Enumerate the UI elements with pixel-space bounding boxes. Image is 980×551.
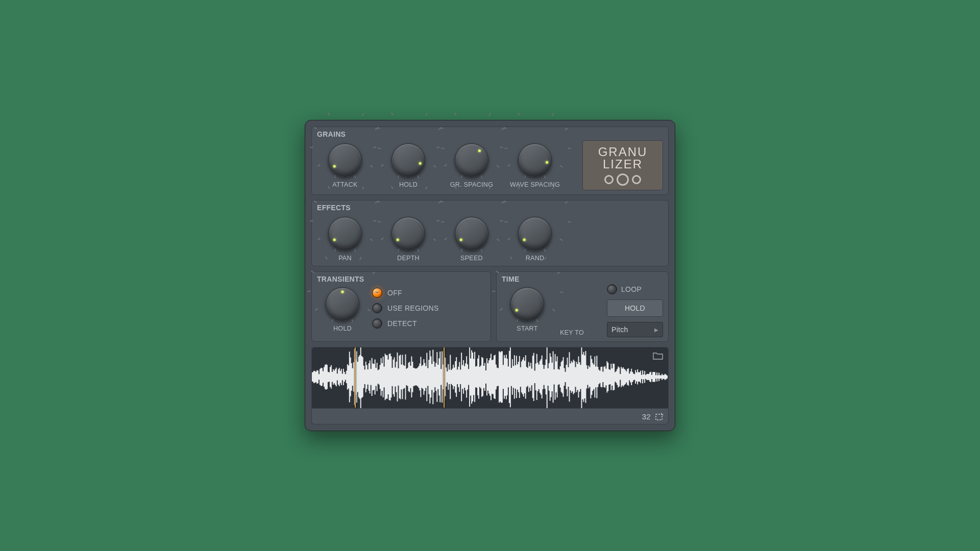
key-to-dropdown[interactable]: Pitch ▶ (607, 322, 663, 337)
logo-line2: LIZER (603, 158, 643, 170)
knob-attack[interactable]: ATTACK (317, 140, 373, 188)
led-icon (607, 284, 617, 294)
label-gr-spacing: GR. SPACING (450, 181, 493, 188)
label-hold-grains: HOLD (399, 181, 418, 188)
knob-pan[interactable]: PAN (317, 214, 373, 262)
radio-use-regions-label: USE REGIONS (387, 304, 439, 312)
led-icon (372, 318, 382, 329)
label-speed: SPEED (460, 255, 483, 262)
radio-off[interactable]: OFF (372, 288, 439, 298)
effects-section: EFFECTS PAN DEPTH SPEED RAND (311, 200, 669, 266)
label-depth: DEPTH (397, 255, 420, 262)
knob-gr-spacing[interactable]: GR. SPACING (444, 140, 500, 188)
led-icon (372, 303, 382, 313)
led-icon (372, 288, 382, 298)
key-to-value: Pitch (611, 325, 628, 334)
crop-icon[interactable] (655, 413, 664, 421)
knob-hold-grains[interactable]: HOLD (380, 140, 436, 188)
radio-detect-label: DETECT (387, 319, 417, 328)
knob-depth[interactable]: DEPTH (380, 214, 436, 262)
waveform-footer (312, 408, 668, 424)
time-title: TIME (502, 275, 663, 283)
radio-off-label: OFF (387, 289, 402, 297)
hold-button[interactable]: HOLD (607, 299, 663, 317)
label-transients-hold: HOLD (333, 325, 352, 332)
logo-line1: GRANU (598, 146, 648, 158)
knob-wave-spacing[interactable]: WAVE SPACING (507, 140, 563, 188)
transients-title: TRANSIENTS (317, 275, 485, 283)
time-section: TIME START KEY TO LOOP HOLD Pitch ▶ (496, 271, 669, 342)
label-time-start: START (517, 325, 537, 332)
knob-transients-hold[interactable]: HOLD (317, 284, 368, 332)
label-attack: ATTACK (332, 181, 357, 188)
playhead-marker[interactable] (355, 347, 356, 408)
loop-toggle[interactable]: LOOP (607, 284, 663, 294)
folder-icon[interactable] (653, 352, 663, 361)
loop-label: LOOP (621, 285, 642, 293)
logo: GRANU LIZER (582, 140, 663, 190)
knob-time-start[interactable]: START (502, 284, 553, 332)
transients-time-row: TRANSIENTS HOLD OFF USE REGIONS (311, 271, 669, 342)
waveform-length-value: 32 (642, 412, 651, 421)
radio-use-regions[interactable]: USE REGIONS (372, 303, 439, 313)
key-to-label: KEY TO (560, 329, 584, 336)
chevron-right-icon: ▶ (654, 327, 658, 333)
waveform-display[interactable]: 32 (311, 347, 669, 424)
grains-section: GRAINS ATTACK HOLD GR. SPACING WAVE SPAC… (311, 127, 669, 195)
knob-rand[interactable]: RAND (507, 214, 563, 262)
granulizer-plugin: GRAINS ATTACK HOLD GR. SPACING WAVE SPAC… (305, 120, 675, 431)
logo-bubbles-icon (604, 173, 641, 186)
knob-speed[interactable]: SPEED (444, 214, 500, 262)
transients-section: TRANSIENTS HOLD OFF USE REGIONS (311, 271, 491, 342)
radio-detect[interactable]: DETECT (372, 318, 439, 329)
effects-title: EFFECTS (317, 204, 663, 212)
waveform-svg (312, 347, 668, 409)
grains-knob-row: ATTACK HOLD GR. SPACING WAVE SPACING GRA… (317, 140, 663, 190)
label-pan: PAN (338, 255, 352, 262)
grains-title: GRAINS (317, 130, 663, 138)
transients-radio-group: OFF USE REGIONS DETECT (372, 288, 439, 329)
effects-knob-row: PAN DEPTH SPEED RAND (317, 214, 663, 262)
playhead-marker[interactable] (444, 347, 445, 408)
svg-rect-0 (656, 414, 662, 420)
label-rand: RAND (526, 255, 545, 262)
